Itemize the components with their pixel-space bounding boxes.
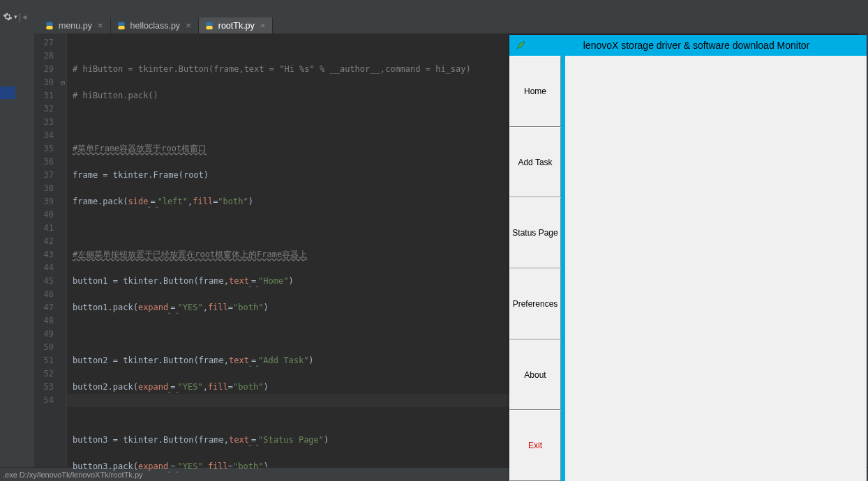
- line-number-gutter: 27 28 29 30 31 32 33 34 35 36 37 38 39 4…: [35, 33, 67, 467]
- selection-marker: [0, 86, 15, 99]
- settings-dropdown[interactable]: ▾ | ◂: [0, 0, 35, 33]
- tab-helloclass-py[interactable]: helloclass.py ×: [111, 17, 199, 33]
- svg-rect-4: [206, 22, 212, 25]
- tab-label: helloclass.py: [130, 21, 181, 31]
- editor-tabs: menu.py × helloclass.py × rootTk.py ×: [39, 13, 273, 33]
- status-page-button[interactable]: Status Page: [509, 197, 561, 268]
- tab-label: menu.py: [59, 21, 92, 31]
- tk-window-title: lenovoX storage driver & software downlo…: [532, 40, 861, 51]
- about-button[interactable]: About: [509, 339, 561, 411]
- tab-label: rootTk.py: [218, 21, 255, 31]
- svg-rect-3: [118, 26, 124, 29]
- tk-titlebar[interactable]: lenovoX storage driver & software downlo…: [509, 35, 867, 56]
- tk-main-area: [565, 56, 867, 481]
- svg-rect-2: [118, 22, 124, 25]
- svg-rect-1: [46, 26, 52, 29]
- status-text: .exe D:/xy/lenovoTk/lenovoXTk/rootTk.py: [3, 471, 143, 479]
- gear-icon: [3, 12, 13, 22]
- project-tool-window-stub[interactable]: [0, 33, 35, 467]
- close-icon[interactable]: ×: [186, 20, 191, 31]
- chevron-left-icon[interactable]: ◂: [22, 12, 27, 22]
- tab-menu-py[interactable]: menu.py ×: [39, 17, 111, 33]
- top-toolbar: ▾ | ◂ menu.py × helloclass.py × rootTk.p…: [0, 0, 868, 33]
- tk-app-window[interactable]: lenovoX storage driver & software downlo…: [509, 35, 867, 481]
- tk-body: Home Add Task Status Page Preferences Ab…: [509, 56, 867, 481]
- chevron-down-icon: ▾: [14, 13, 17, 20]
- python-file-icon: [204, 21, 214, 31]
- tab-roottk-py[interactable]: rootTk.py ×: [199, 17, 274, 33]
- python-file-icon: [45, 21, 54, 31]
- home-button[interactable]: Home: [509, 56, 561, 127]
- fold-marker-icon[interactable]: ⊟: [61, 76, 65, 89]
- feather-icon: [515, 40, 526, 51]
- add-task-button[interactable]: Add Task: [509, 127, 561, 198]
- preferences-button[interactable]: Preferences: [509, 268, 561, 339]
- svg-rect-0: [46, 22, 52, 25]
- exit-button[interactable]: Exit: [509, 410, 561, 481]
- tk-sidebar: Home Add Task Status Page Preferences Ab…: [509, 56, 565, 481]
- python-file-icon: [117, 21, 126, 31]
- close-icon[interactable]: ×: [98, 20, 103, 31]
- svg-rect-5: [206, 26, 212, 29]
- close-icon[interactable]: ×: [260, 20, 266, 31]
